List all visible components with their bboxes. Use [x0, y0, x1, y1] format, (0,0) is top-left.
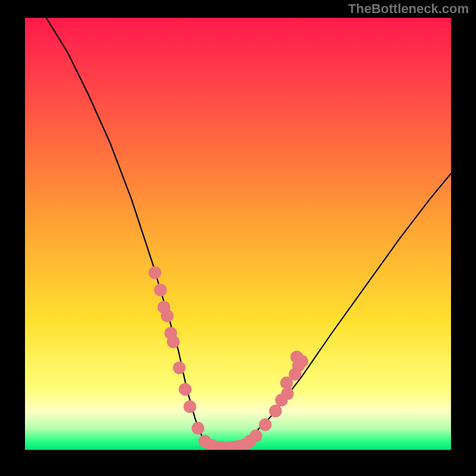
data-marker	[192, 422, 204, 434]
curve-layer	[25, 18, 451, 450]
data-marker	[149, 267, 161, 279]
data-marker	[154, 284, 167, 296]
data-markers	[149, 267, 308, 450]
data-marker	[249, 430, 262, 442]
data-marker	[259, 418, 271, 431]
data-marker	[296, 355, 308, 368]
bottleneck-curve	[46, 18, 451, 450]
watermark-text: TheBottleneck.com	[348, 1, 469, 17]
data-marker	[167, 336, 180, 348]
chart-stage: TheBottleneck.com	[0, 0, 476, 476]
data-marker	[183, 400, 196, 413]
data-marker	[173, 361, 186, 374]
data-marker	[281, 387, 293, 400]
data-marker	[179, 383, 192, 396]
data-marker	[269, 405, 281, 417]
data-marker	[161, 309, 173, 322]
plot-area	[25, 18, 451, 450]
